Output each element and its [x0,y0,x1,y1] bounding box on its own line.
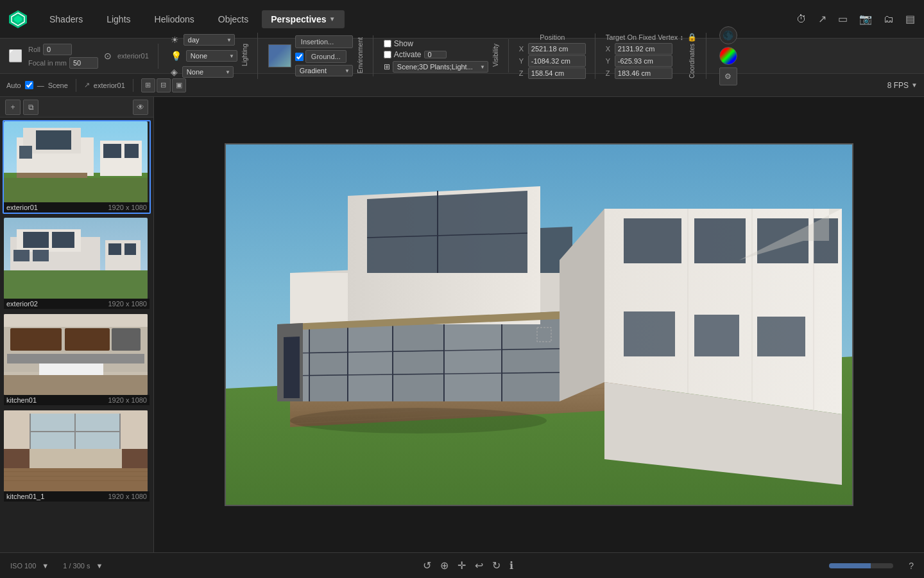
shadow-select-1[interactable]: NoneSoftHard [186,50,237,62]
svg-rect-10 [103,144,121,158]
roll-input[interactable] [43,44,72,55]
sun-preset-select[interactable]: daysunsetnight [184,34,235,46]
fps-dropdown-arrow[interactable]: ▼ [911,82,918,89]
camera-item-exterior01[interactable]: exterior01 1920 x 1080 [3,120,151,214]
rotate-icon[interactable]: ↩ [475,559,483,572]
layout-btn-2[interactable]: ⊟ [157,78,171,92]
toggle-visibility-btn[interactable]: 👁 [133,100,148,115]
svg-marker-74 [290,273,348,324]
camera-size-kitchen01-1: 1920 x 1080 [108,493,147,500]
camera-item-kitchen01[interactable]: kitchen01 1920 x 1080 [3,313,151,407]
ground-btn[interactable]: Ground... [305,50,346,63]
insertion-checkbox[interactable] [295,53,304,61]
layout-btn-1[interactable]: ⊞ [141,78,155,92]
main-toolbar: ⬜ Roll Focal in mm ⊙ exterior01 ☀ daysun… [0,39,924,74]
pos-y-input[interactable] [528,55,586,67]
help-question-btn[interactable]: ? [909,561,914,571]
thumbnail-exterior01-footer: exterior01 1920 x 1080 [4,202,150,213]
target-group: Target On Fixed Vertex ↕ X Y Z 🔒 Coordin… [606,33,706,80]
show-checkbox[interactable] [384,40,391,48]
focal-label: Focal in mm [28,59,67,67]
zoom-icon[interactable]: ⊕ [440,559,449,572]
visibility-section-label: Visibility [492,44,499,67]
pos-x-input[interactable] [528,43,586,55]
visibility-select[interactable]: Scene;3D Plants;Light... [393,61,488,73]
tgt-y-label: Y [606,57,612,65]
svg-rect-79 [624,218,681,263]
pos-z-input[interactable] [528,67,586,79]
duplicate-camera-btn[interactable]: ⧉ [23,100,38,115]
tgt-y-input[interactable] [615,55,672,67]
sun-icon: ☀ [169,33,181,47]
svg-marker-67 [348,318,393,401]
viewport[interactable] [154,97,924,552]
timer-icon[interactable]: ⏱ [794,11,809,28]
activate-checkbox-label[interactable]: Activate [384,50,488,59]
camera-group: ↗ exterior01 [84,81,125,89]
focal-input[interactable] [69,57,98,69]
svg-rect-85 [757,317,805,356]
thumbnail-kitchen01-1-footer: kitchen01_1 1920 x 1080 [4,491,150,502]
nav-heliodons[interactable]: Heliodons [144,10,205,28]
nav-objects[interactable]: Objects [208,10,259,28]
pos-z-label: Z [519,69,526,77]
environment-swatch[interactable] [268,44,291,67]
viewport-icon[interactable]: ▭ [835,10,850,28]
add-camera-btn[interactable]: + [5,100,21,115]
pan-icon[interactable]: ✛ [458,559,466,572]
nav-lights[interactable]: Lights [96,10,141,28]
svg-marker-77 [284,337,300,398]
tgt-x-input[interactable] [615,43,672,55]
svg-rect-8 [19,146,32,159]
iso-dropdown-btn[interactable]: ▼ [38,561,53,571]
top-navigation: Shaders Lights Heliodons Objects Perspec… [0,0,924,39]
settings-btn[interactable]: ⚙ [719,67,737,85]
camera-frame-icon: ⬜ [6,47,24,65]
svg-rect-40 [4,480,148,481]
shadow-select-2[interactable]: NoneLowMedium [182,66,234,78]
app-logo [6,8,30,31]
svg-rect-7 [36,130,71,150]
svg-rect-13 [4,178,148,202]
adjust-icon[interactable]: ⊙ [102,49,114,63]
show-checkbox-label[interactable]: Show [384,39,488,48]
main-content: + ⧉ 👁 [0,97,924,552]
shutter-dropdown-btn[interactable]: ▼ [92,561,107,571]
redo-icon[interactable]: ↻ [492,559,501,572]
thumbnail-kitchen01-footer: kitchen01 1920 x 1080 [4,395,150,405]
undo-icon[interactable]: ↺ [423,559,431,572]
files-icon[interactable]: 🗂 [881,11,896,28]
info-icon[interactable]: ℹ [509,559,513,572]
thumbnail-kitchen01 [4,314,148,395]
fps-display: 8 FPS ▼ [887,81,918,90]
layout-btn-3[interactable]: ▣ [172,78,186,92]
color-mode-btn[interactable] [719,47,737,65]
environment-group: Insertion... Ground... GradientSolidHDRI… [268,35,373,76]
camera-size-exterior01: 1920 x 1080 [108,204,147,211]
lock-icon[interactable]: 🔒 [687,33,697,42]
svg-rect-32 [7,354,144,363]
camera-item-exterior02[interactable]: exterior02 1920 x 1080 [3,216,151,310]
svg-rect-34 [112,328,141,351]
nav-perspectives[interactable]: Perspectives ▼ [262,10,344,28]
camera-icon[interactable]: 📷 [857,10,875,28]
svg-rect-48 [122,449,148,468]
sec-divider-1 [76,79,76,92]
nav-shaders[interactable]: Shaders [39,10,93,28]
auto-checkbox[interactable] [25,81,33,89]
camera-item-kitchen01-1[interactable]: kitchen01_1 1920 x 1080 [3,409,151,503]
gradient-select[interactable]: GradientSolidHDRI [295,65,353,76]
svg-point-92 [290,408,547,434]
export-icon[interactable]: ↗ [816,10,829,28]
tgt-z-input[interactable] [615,67,672,79]
camera-name-kitchen01: kitchen01 [6,396,37,404]
insertion-btn[interactable]: Insertion... [295,35,353,48]
auto-label: Auto [6,82,21,89]
pos-x-label: X [519,45,526,53]
grid-icon[interactable]: ▤ [903,10,918,28]
add-icon: + [10,103,15,112]
camera-settings-group: ⬜ Roll Focal in mm ⊙ exterior01 [6,44,158,69]
activate-checkbox[interactable] [384,51,391,58]
moon-mode-btn[interactable]: 🌑 [719,26,737,44]
activate-value[interactable] [424,51,447,58]
